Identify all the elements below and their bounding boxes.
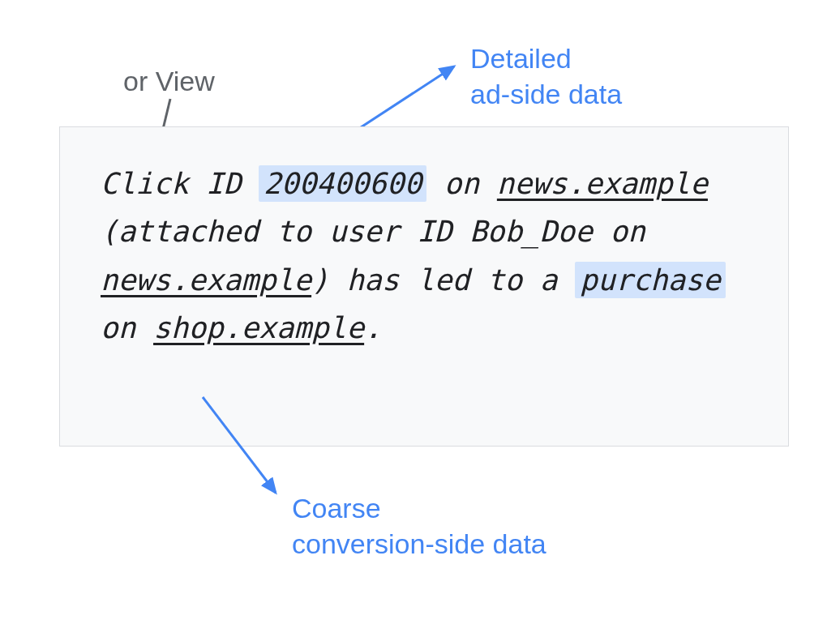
link-news-example-1: news.example: [497, 167, 708, 200]
link-shop-example: shop.example: [153, 311, 364, 344]
link-news-example-2: news.example: [101, 263, 311, 297]
text-mid2: ) has led to a: [311, 263, 575, 297]
text-pre1: Click ID: [101, 167, 259, 200]
coarse-line2: conversion-side data: [292, 528, 546, 559]
highlight-click-id: 200400600: [259, 165, 426, 202]
coarse-line1: Coarse: [292, 493, 381, 524]
annotation-coarse: Coarse conversion-side data: [292, 490, 546, 562]
detailed-line1: Detailed: [470, 43, 572, 74]
detailed-line2: ad-side data: [470, 79, 622, 109]
text-mid1: (attached to user ID Bob_Doe on: [101, 215, 645, 248]
main-text: Click ID 200400600 on news.example (atta…: [101, 160, 748, 353]
or-view-text: or View: [123, 66, 215, 96]
annotation-detailed: Detailed ad-side data: [470, 41, 622, 112]
annotation-or-view: or View: [123, 63, 215, 99]
text-mid3: on: [101, 311, 153, 344]
text-end: .: [364, 311, 382, 344]
text-post1: on: [426, 167, 497, 200]
highlight-purchase: purchase: [575, 262, 725, 298]
main-content-box: Click ID 200400600 on news.example (atta…: [59, 126, 789, 447]
